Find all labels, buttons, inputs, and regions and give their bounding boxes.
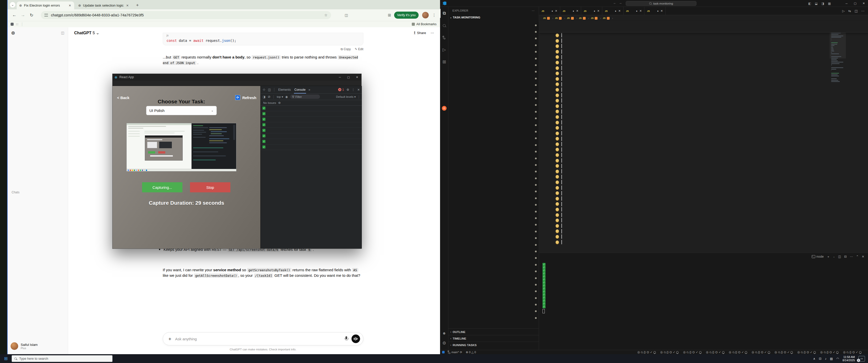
lightbulb-icon[interactable] [556,121,559,124]
sidebar-nav-item[interactable] [7,56,68,65]
taskbar-app-icon[interactable] [266,356,272,362]
sidebar-nav-item[interactable] [7,125,68,133]
lightbulb-icon[interactable] [556,50,559,53]
lightbulb-icon[interactable] [556,126,559,129]
tab-close-icon[interactable]: ✕ [576,9,578,12]
lightbulb-icon[interactable] [556,148,559,151]
chat-history-item[interactable] [9,240,66,249]
tab-elements[interactable]: Elements [278,86,291,94]
explorer-tree-item[interactable] [448,248,539,255]
explorer-tree-item[interactable] [448,195,539,201]
explorer-more-icon[interactable]: ⋯ [532,9,535,12]
tray-icon-battery[interactable]: ▤ [830,357,833,361]
explorer-tree-item[interactable] [448,295,539,301]
clear-console-icon[interactable]: ⊘ [268,95,271,99]
explorer-tree-item[interactable] [448,128,539,135]
explorer-tree-item[interactable] [448,48,539,55]
lightbulb-icon[interactable] [556,202,559,205]
status-bar-item[interactable]: ◎ {} ⛭ ✓ [775,351,794,354]
stop-button[interactable]: Stop [190,182,230,192]
devtools-close-icon[interactable]: ✕ [357,88,360,92]
terminal-shell-label[interactable]: >_node [812,255,824,258]
explorer-tree-item[interactable] [448,255,539,261]
console-row[interactable]: ⊗ ✓ [261,128,362,133]
sidebar-nav-item[interactable] [7,99,68,107]
apps-grid-icon[interactable]: ∷ [16,23,18,26]
tab-close-icon[interactable]: ✕ [640,9,642,12]
eye-icon[interactable]: ◉ [285,95,288,99]
sidebar-nav-item[interactable] [7,116,68,125]
explorer-tree-item[interactable] [448,82,539,89]
status-bar-item[interactable]: ◎ {} ⛭ ✓ [729,351,748,354]
lightbulb-icon[interactable] [556,191,559,195]
editor-tab[interactable]: JS ● ✕ [623,7,645,15]
lightbulb-icon[interactable] [556,39,559,42]
taskbar-app-icon[interactable] [209,356,215,362]
taskbar-app-icon[interactable] [288,356,294,362]
mic-icon[interactable] [344,336,348,341]
task-dropdown[interactable]: UI Polish⌄ [146,106,217,115]
chat-history-item[interactable] [9,222,66,231]
lightbulb-icon[interactable] [556,77,559,80]
split-terminal-icon[interactable]: ◫ [838,255,841,258]
taskbar-app-icon[interactable] [277,356,283,362]
model-selector[interactable]: ChatGPT 5 ⌄ [74,31,99,35]
taskbar-app-icon[interactable] [152,356,158,362]
explorer-tree-item[interactable] [448,268,539,274]
explorer-tree-item[interactable] [448,215,539,221]
inspect-icon[interactable]: ⊹ [263,88,266,92]
minimize-button[interactable]: ─ [336,74,344,80]
console-sidebar-icon[interactable]: ◨ [263,95,266,99]
lightbulb-icon[interactable] [556,110,559,113]
sidebar-nav-item[interactable] [7,90,68,99]
lightbulb-icon[interactable] [556,104,559,108]
taskbar-app-icon[interactable] [129,356,135,362]
minimize-button[interactable]: ─ [842,0,851,7]
split-editor-icon[interactable]: ◫ [855,9,858,13]
maximize-panel-icon[interactable]: ⌃ [856,255,859,258]
chat-history-item[interactable] [9,328,66,337]
chat-history-item[interactable] [9,196,66,204]
close-button[interactable]: ✕ [860,0,868,7]
explorer-tree-item[interactable] [448,89,539,95]
lightbulb-icon[interactable] [556,219,559,222]
notification-center[interactable]: ▭1 [859,356,865,362]
sidebar-nav-item[interactable] [7,107,68,116]
command-center-search[interactable]: task-monitoring [626,1,696,6]
status-bar-item[interactable]: ◎ {} ⛭ ✓ [820,351,840,354]
extension-icon[interactable] [358,13,363,18]
taskbar-app-icon[interactable] [243,356,249,362]
outline-section[interactable]: ›OUTLINE [448,328,539,335]
lightbulb-icon[interactable] [556,142,559,146]
history-forward-icon[interactable]: → [619,1,622,5]
settings-gear-icon[interactable]: ⚙ [440,338,448,348]
chat-history-item[interactable] [9,213,66,222]
source-control-icon[interactable] [440,33,448,42]
explorer-tree-item[interactable] [448,135,539,142]
explorer-tree-item[interactable] [448,275,539,281]
refresh-button[interactable]: ⟳ Refresh [235,95,256,100]
explorer-tree-item[interactable] [448,301,539,308]
console-row[interactable]: ⊗ ✓ [261,144,362,150]
lightbulb-icon[interactable] [556,61,559,64]
workspace-section-header[interactable]: ⌄TASK-MONITORING [448,14,539,21]
lightbulb-icon[interactable] [556,115,559,119]
devtools-menu-icon[interactable]: ⋮ [352,88,355,92]
editor-tab[interactable]: JS ● ✕ [560,7,581,15]
explorer-tree-item[interactable] [448,75,539,82]
extension-icon[interactable] [366,13,370,18]
edit-code-button[interactable]: ✎ Edit [355,47,363,51]
status-bar-item[interactable]: ◎ {} ⛭ ✓ [843,351,863,354]
explorer-tree-item[interactable] [448,29,539,35]
extension-icon[interactable] [350,13,355,18]
copy-code-button[interactable]: ⧉ Copy [341,47,351,51]
explorer-tree-item[interactable] [448,168,539,175]
voice-mode-button[interactable] [351,334,360,343]
breadcrumb-item[interactable]: JS › [603,17,613,20]
tab-close-icon[interactable]: ✕ [597,9,599,12]
more-tabs-icon[interactable]: » [309,88,310,92]
lightbulb-icon[interactable] [556,180,559,184]
explorer-tree-item[interactable] [448,208,539,215]
explorer-tree-item[interactable] [448,182,539,188]
verify-identity-button[interactable]: Verify it's you [394,11,418,19]
